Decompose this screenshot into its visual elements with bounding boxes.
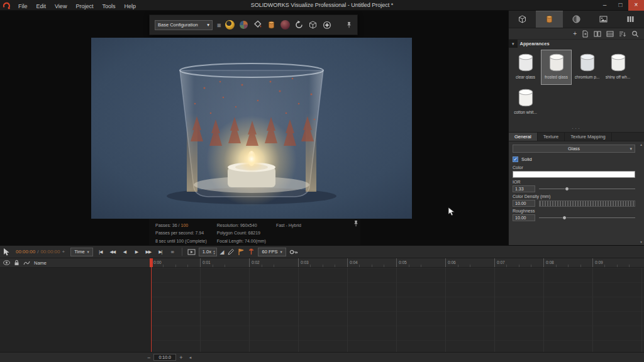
visibility-eye-icon[interactable]: [3, 260, 10, 265]
render-icon[interactable]: [322, 20, 332, 30]
render-animation-icon[interactable]: [187, 248, 196, 256]
separator: [182, 248, 182, 256]
fps-dropdown[interactable]: 60 FPS ▾: [258, 248, 286, 256]
marker-pen-icon[interactable]: [227, 248, 235, 256]
slider-handle[interactable]: [565, 187, 569, 191]
spinner-arrows[interactable]: ▴▾: [213, 250, 215, 255]
roughness-value-input[interactable]: 10.00: [513, 214, 535, 221]
stats-passes-column: Passes: 36 / 100 Passes per second: 7.94…: [155, 222, 207, 245]
timeline-range-input[interactable]: 0:10.0: [153, 354, 176, 361]
appearances-grid: clear glass frosted glass chromium p...: [509, 48, 644, 126]
sort-icon[interactable]: [619, 30, 626, 38]
appearance-item[interactable]: cotton whit...: [511, 85, 540, 119]
appearance-item[interactable]: chromium p...: [572, 50, 602, 84]
solid-checkbox[interactable]: ✓: [513, 156, 518, 162]
color-swatch[interactable]: [513, 171, 635, 178]
add-time-icon[interactable]: +: [62, 249, 65, 255]
material-type-dropdown[interactable]: Glass ▾: [513, 145, 635, 153]
paint-bucket-icon[interactable]: [253, 20, 262, 30]
scroll-up-icon[interactable]: ▲: [640, 143, 643, 146]
tab-texture[interactable]: Texture: [538, 133, 565, 141]
track-list[interactable]: [0, 268, 151, 352]
material-thumbnail: [607, 52, 630, 74]
curve-toggle-icon[interactable]: [23, 260, 30, 266]
menu-view[interactable]: View: [50, 3, 71, 9]
cylinder-icon[interactable]: [267, 20, 276, 30]
refresh-icon[interactable]: [294, 20, 304, 30]
environment-sphere-icon[interactable]: [280, 20, 290, 30]
play-button[interactable]: ▶: [132, 246, 141, 258]
tab-general[interactable]: General: [509, 133, 538, 141]
timeline-ruler[interactable]: 0:00 0:01 0:02 0:03 0:04 0:05 0:06 0:07 …: [151, 258, 644, 267]
list-menu-icon[interactable]: ≡: [217, 20, 221, 30]
appearance-ring-icon[interactable]: [225, 20, 235, 30]
stats-scene-column: Resolution: 960x540 Polygon Count: 68219…: [217, 222, 266, 245]
timeline-header: Name 0:00 0:01 0:02 0:03 0:04 0:05 0:06 …: [0, 258, 644, 268]
render-view[interactable]: [91, 38, 412, 219]
select-tool-icon[interactable]: [3, 248, 10, 256]
ior-slider[interactable]: [539, 185, 635, 192]
zoom-in-button[interactable]: +: [179, 354, 182, 361]
skip-to-start-button[interactable]: |◀: [96, 246, 105, 258]
tab-appearances[interactable]: [536, 11, 563, 28]
frame-back-button[interactable]: ◀◀: [108, 246, 117, 258]
menu-edit[interactable]: Edit: [32, 3, 51, 9]
passes-label: Passes: 36 /: [155, 223, 180, 228]
maximize-button[interactable]: □: [613, 0, 628, 11]
loop-button[interactable]: ∞: [168, 246, 177, 258]
frame-forward-button[interactable]: ▶▶: [144, 246, 153, 258]
tab-decals[interactable]: [590, 11, 617, 28]
appearance-item[interactable]: clear glass: [511, 50, 540, 84]
scroll-down-icon[interactable]: ▼: [640, 240, 643, 244]
slider-handle[interactable]: [562, 216, 567, 220]
mouse-cursor: [448, 207, 455, 217]
time-mode-dropdown[interactable]: Time ▾: [70, 248, 93, 256]
skip-to-end-button[interactable]: ▶|: [156, 246, 165, 258]
focal-length-label: Focal Length: 74.00(mm): [217, 238, 266, 245]
collapse-chip[interactable]: ▾: [509, 40, 518, 48]
appearance-item[interactable]: shiny off wh...: [603, 50, 633, 84]
pin-icon[interactable]: [346, 21, 352, 28]
tab-animations[interactable]: [617, 11, 644, 28]
import-file-icon[interactable]: [582, 30, 589, 38]
lock-icon[interactable]: [14, 260, 19, 266]
tab-texture-mapping[interactable]: Texture Mapping: [565, 133, 611, 141]
current-time: 00:00:00: [16, 249, 35, 255]
keyframe-flag-icon[interactable]: [238, 248, 245, 256]
ior-value-input[interactable]: 1.33: [513, 185, 535, 192]
tab-scenes[interactable]: [563, 11, 590, 28]
playhead[interactable]: [151, 258, 152, 352]
list-view-icon[interactable]: [606, 30, 614, 38]
scroll-left-icon[interactable]: ◄: [189, 356, 192, 359]
minimize-button[interactable]: –: [597, 0, 613, 11]
play-reverse-button[interactable]: ◀: [120, 246, 129, 258]
search-icon[interactable]: [631, 30, 639, 38]
palette-icon[interactable]: [239, 20, 248, 30]
color-density-slider[interactable]: [539, 200, 635, 207]
ease-curve-icon[interactable]: ◢: [220, 249, 225, 255]
appearance-item-label: clear glass: [516, 75, 535, 79]
spin-down-icon[interactable]: ▾: [213, 252, 215, 255]
split-columns-icon[interactable]: [594, 30, 601, 38]
menu-file[interactable]: File: [14, 3, 32, 9]
pin-icon[interactable]: [353, 220, 359, 227]
menu-tools[interactable]: Tools: [97, 3, 119, 9]
panel-resize-handle[interactable]: ···: [509, 126, 644, 132]
project-box-icon[interactable]: [308, 20, 318, 30]
menu-project[interactable]: Project: [71, 3, 97, 9]
appearance-item-selected[interactable]: frosted glass: [541, 50, 571, 84]
add-appearance-button[interactable]: +: [573, 28, 577, 40]
close-button[interactable]: ×: [628, 0, 644, 11]
viewport[interactable]: Base Configuration ▾ ≡: [0, 11, 508, 245]
timeline-grid[interactable]: [151, 268, 644, 352]
tab-models[interactable]: [509, 11, 536, 28]
palette-toolbar: +: [509, 28, 644, 40]
configuration-dropdown[interactable]: Base Configuration ▾: [155, 20, 213, 30]
color-density-value-input[interactable]: 10.00: [513, 200, 535, 207]
playback-speed-input[interactable]: 1.0x ▴▾: [199, 248, 217, 256]
key-icon[interactable]: [289, 248, 298, 256]
delete-keyframe-icon[interactable]: [248, 248, 255, 256]
menu-help[interactable]: Help: [119, 3, 140, 9]
roughness-slider[interactable]: [539, 214, 635, 221]
zoom-out-button[interactable]: −: [147, 354, 150, 361]
